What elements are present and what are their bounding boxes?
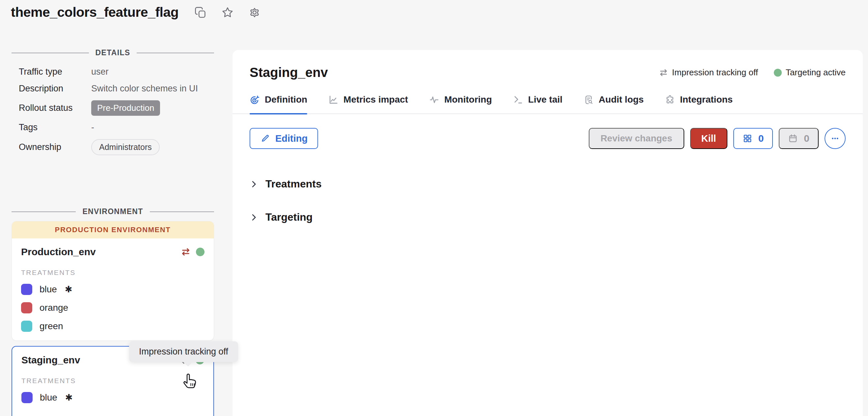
calendar-icon: [788, 134, 798, 143]
feature-flag-title: theme_colors_feature_flag: [11, 5, 179, 20]
targeting-active-text: Targeting active: [786, 67, 846, 78]
terminal-icon: [513, 95, 523, 105]
ownership-label: Ownership: [19, 142, 91, 152]
treatment-row: blue ✱: [22, 392, 204, 403]
star-icon[interactable]: [221, 6, 234, 19]
tab-live-tail[interactable]: Live tail: [513, 94, 562, 113]
tab-label: Audit logs: [599, 94, 644, 105]
tab-label: Live tail: [528, 94, 562, 105]
targeting-section-label: Targeting: [266, 211, 312, 223]
treatment-name: blue: [40, 392, 57, 403]
traffic-type-value: user: [91, 67, 214, 77]
treatments-section-label: Treatments: [266, 178, 322, 190]
tags-value: -: [91, 122, 214, 133]
production-environment-card[interactable]: PRODUCTION ENVIRONMENT Production_env TR…: [11, 221, 214, 341]
treatment-swatch: [21, 284, 32, 295]
staging-env-name: Staging_env: [22, 354, 80, 366]
rollout-status-badge: Pre-Production: [91, 100, 160, 116]
traffic-type-label: Traffic type: [19, 67, 91, 77]
calendar-count-button[interactable]: 0: [779, 128, 818, 149]
default-treatment-marker: ✱: [65, 284, 72, 294]
more-actions-button[interactable]: [825, 128, 846, 149]
impression-tracking-text: Impression tracking off: [672, 67, 758, 78]
green-dot-icon: [774, 69, 782, 77]
treatments-section-toggle[interactable]: Treatments: [250, 178, 846, 190]
tab-label: Monitoring: [444, 94, 492, 105]
tab-label: Integrations: [680, 94, 733, 105]
copy-icon[interactable]: [194, 6, 207, 19]
tab-label: Metrics impact: [343, 94, 408, 105]
treatment-swatch: [22, 392, 33, 403]
grid-icon: [743, 134, 752, 143]
environment-heading-label: ENVIRONMENT: [82, 207, 143, 216]
description-value: Switch color schemes in UI: [91, 83, 214, 94]
tab-audit-logs[interactable]: Audit logs: [584, 94, 644, 113]
divider: [137, 53, 214, 53]
treatment-row: orange: [21, 302, 205, 313]
tab-bar: Definition Metrics impact Monitoring: [232, 94, 863, 114]
default-treatment-marker: ✱: [65, 392, 73, 403]
details-section-heading: DETAILS: [11, 48, 214, 57]
chevron-right-icon: [250, 180, 258, 188]
details-heading-label: DETAILS: [95, 48, 130, 57]
environment-detail-panel: Staging_env Impression tracking off Targ…: [232, 50, 863, 416]
kill-button[interactable]: Kill: [690, 128, 727, 149]
gear-icon[interactable]: [248, 6, 261, 19]
treatment-name: blue: [39, 284, 57, 294]
treatments-list-label: TREATMENTS: [22, 377, 204, 385]
pulse-icon: [429, 95, 439, 105]
targeting-status-dot: [196, 248, 205, 256]
divider: [11, 211, 76, 212]
targeting-section-toggle[interactable]: Targeting: [250, 211, 846, 223]
tab-label: Definition: [265, 94, 307, 105]
line-chart-icon: [328, 95, 339, 105]
tags-label: Tags: [19, 122, 91, 133]
tab-integrations[interactable]: Integrations: [665, 94, 733, 113]
impression-tracking-tooltip: Impression tracking off: [129, 341, 238, 362]
production-environment-banner: PRODUCTION ENVIRONMENT: [12, 221, 214, 238]
grid-count-button[interactable]: 0: [733, 128, 773, 149]
environment-title: Staging_env: [250, 65, 328, 80]
definition-toolbar: Editing Review changes Kill 0: [250, 128, 846, 149]
ownership-chip: Administrators: [91, 139, 160, 155]
tab-monitoring[interactable]: Monitoring: [429, 94, 492, 113]
puzzle-icon: [665, 95, 675, 105]
editing-button[interactable]: Editing: [250, 128, 318, 149]
grid-count-value: 0: [758, 133, 764, 144]
targeting-active-status: Targeting active: [774, 67, 846, 78]
calendar-count-value: 0: [804, 133, 809, 144]
chevron-right-icon: [250, 213, 258, 222]
impression-tracking-status: Impression tracking off: [659, 67, 758, 78]
treatment-name: orange: [39, 303, 68, 313]
pencil-icon: [260, 134, 270, 143]
rollout-status-label: Rollout status: [19, 103, 91, 113]
swap-arrows-icon: [659, 68, 668, 77]
page-header: theme_colors_feature_flag: [11, 5, 261, 20]
production-env-name: Production_env: [21, 246, 96, 257]
treatment-swatch: [21, 321, 32, 332]
editing-label: Editing: [275, 133, 308, 144]
hand-cursor: [182, 373, 198, 392]
treatment-row: blue ✱: [21, 284, 205, 295]
description-label: Description: [19, 83, 91, 94]
ellipsis-icon: [830, 134, 840, 143]
treatments-list-label: TREATMENTS: [21, 269, 205, 277]
target-icon: [250, 95, 260, 105]
treatment-name: green: [39, 321, 63, 332]
treatment-row: green: [21, 321, 205, 332]
environment-section-heading: ENVIRONMENT: [11, 207, 214, 216]
review-changes-label: Review changes: [600, 133, 673, 144]
impression-tracking-icon[interactable]: [181, 247, 191, 257]
tab-metrics-impact[interactable]: Metrics impact: [328, 94, 408, 113]
review-changes-button[interactable]: Review changes: [589, 128, 684, 149]
tab-definition[interactable]: Definition: [250, 94, 307, 113]
details-panel: Traffic type user Description Switch col…: [19, 67, 214, 155]
divider: [150, 211, 214, 212]
treatment-swatch: [21, 302, 32, 313]
kill-label: Kill: [702, 133, 716, 144]
divider: [11, 53, 89, 53]
audit-log-icon: [584, 95, 594, 105]
